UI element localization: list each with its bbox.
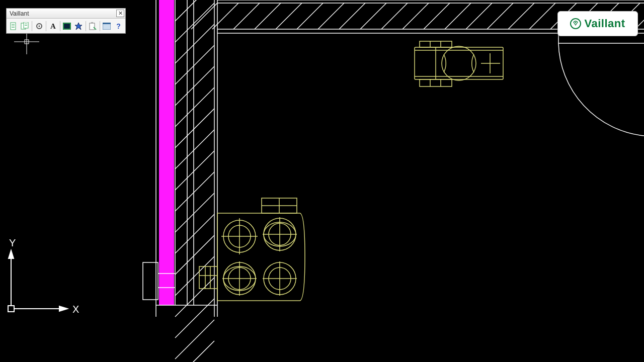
cad-canvas[interactable]: Y X: [0, 0, 644, 362]
svg-line-20: [175, 151, 214, 190]
insulation-band: [159, 0, 174, 305]
image-icon: [63, 23, 71, 30]
pages-icon: [21, 22, 30, 30]
svg-rect-106: [12, 26, 15, 26]
window-icon: [103, 23, 111, 30]
svg-rect-119: [103, 23, 111, 24]
door-arc: [558, 33, 644, 136]
svg-line-17: [175, 87, 214, 127]
svg-line-35: [297, 3, 323, 29]
tool-text[interactable]: A: [47, 20, 59, 32]
svg-line-13: [175, 3, 214, 42]
brand-logo-text: Vaillant: [584, 17, 625, 30]
manifold-bottom: [199, 198, 305, 301]
svg-line-31: [212, 3, 238, 29]
cad-drawing: [0, 0, 644, 362]
svg-rect-117: [91, 22, 93, 24]
svg-line-37: [339, 3, 365, 29]
tool-pages[interactable]: [19, 20, 31, 32]
tool-image[interactable]: [61, 20, 73, 32]
tool-gear[interactable]: [33, 20, 45, 32]
svg-line-32: [233, 3, 260, 29]
svg-line-33: [255, 3, 281, 29]
svg-line-14: [175, 24, 214, 63]
svg-line-43: [466, 3, 492, 29]
svg-line-45: [508, 3, 534, 29]
brand-badge: Vaillant: [557, 11, 638, 36]
svg-rect-107: [12, 27, 15, 28]
page-icon: [10, 22, 18, 30]
svg-point-93: [442, 46, 476, 80]
svg-line-46: [529, 3, 555, 29]
svg-line-29: [175, 341, 214, 362]
svg-line-15: [175, 45, 214, 84]
svg-line-38: [360, 3, 386, 29]
port-top-left: [221, 218, 258, 254]
hatch-wall: [175, 0, 214, 362]
port-bottom-left: [222, 261, 257, 296]
close-icon: ✕: [118, 11, 123, 16]
svg-rect-110: [25, 24, 27, 24]
svg-point-113: [38, 26, 40, 27]
svg-line-42: [445, 3, 471, 29]
text-icon: A: [50, 22, 56, 31]
star-tool-icon: [74, 22, 83, 30]
svg-line-25: [175, 256, 214, 296]
svg-line-34: [276, 3, 302, 29]
svg-line-40: [403, 3, 429, 29]
svg-rect-116: [90, 23, 95, 30]
svg-line-44: [487, 3, 513, 29]
toolbar-buttons: A ?: [7, 19, 125, 33]
svg-line-21: [175, 172, 214, 211]
svg-line-26: [175, 278, 214, 317]
svg-line-19: [175, 130, 214, 169]
tool-help[interactable]: ?: [113, 20, 124, 32]
port-bottom-right: [263, 261, 297, 296]
svg-line-12: [175, 0, 214, 21]
svg-line-41: [424, 3, 450, 29]
toolbar-titlebar[interactable]: Vaillant ✕: [7, 9, 125, 19]
tool-window[interactable]: [101, 20, 113, 32]
tool-star[interactable]: [73, 20, 85, 32]
svg-rect-115: [64, 24, 70, 29]
tool-page[interactable]: [8, 20, 19, 32]
clipboard-icon: [89, 22, 97, 30]
component-top: [415, 41, 503, 86]
svg-rect-105: [12, 24, 15, 25]
brand-logo-icon: [570, 18, 581, 29]
gear-icon: [35, 22, 43, 30]
svg-line-22: [175, 193, 214, 232]
toolbar-title: Vaillant: [10, 10, 116, 17]
svg-line-27: [175, 299, 214, 338]
svg-rect-86: [420, 41, 452, 47]
svg-line-18: [175, 109, 214, 148]
svg-line-16: [175, 66, 214, 106]
svg-line-36: [318, 3, 344, 29]
vaillant-toolbar[interactable]: Vaillant ✕ A: [6, 8, 126, 34]
port-top-right: [263, 217, 297, 251]
svg-line-24: [175, 235, 214, 275]
svg-line-23: [175, 214, 214, 253]
tool-clipboard[interactable]: [87, 20, 99, 32]
svg-rect-111: [25, 25, 27, 26]
svg-rect-87: [420, 79, 452, 86]
svg-line-28: [175, 320, 214, 359]
svg-line-39: [381, 3, 408, 29]
help-icon: ?: [116, 22, 121, 30]
svg-point-120: [575, 22, 576, 23]
close-button[interactable]: ✕: [116, 10, 124, 17]
